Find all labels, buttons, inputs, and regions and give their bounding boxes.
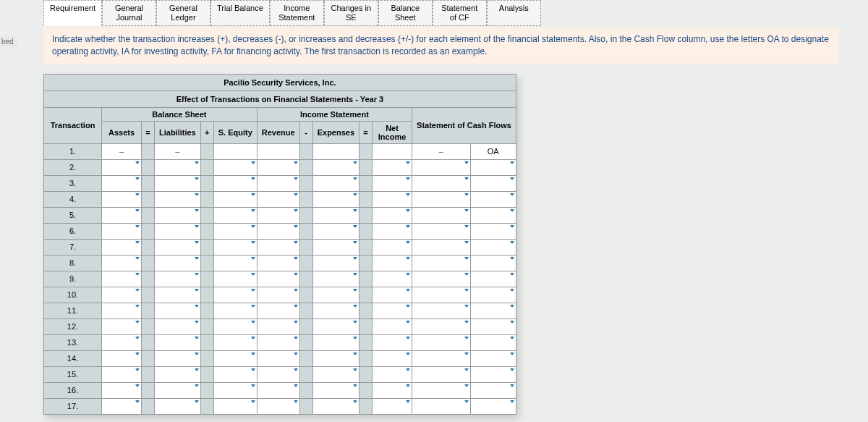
cell-sequity[interactable] — [213, 223, 257, 239]
cell-cf-amount[interactable] — [412, 159, 471, 175]
cell-net-income[interactable] — [373, 255, 412, 271]
cell-cf-type[interactable] — [470, 207, 516, 223]
cell-assets[interactable] — [102, 191, 142, 207]
cell-assets[interactable] — [102, 334, 142, 350]
cell-liabilities[interactable] — [155, 255, 201, 271]
cell-sequity[interactable] — [213, 350, 257, 366]
cell-cf-amount[interactable] — [412, 223, 471, 239]
cell-cf-amount[interactable] — [412, 271, 471, 287]
cell-assets[interactable] — [102, 255, 142, 271]
cell-expenses[interactable] — [312, 255, 359, 271]
cell-cf-type[interactable] — [470, 223, 516, 239]
cell-net-income[interactable] — [373, 159, 412, 175]
cell-net-income[interactable] — [373, 207, 412, 223]
cell-assets[interactable] — [102, 159, 142, 175]
cell-cf-type[interactable] — [470, 366, 516, 382]
cell-expenses[interactable] — [312, 318, 359, 334]
cell-cf-type[interactable] — [470, 159, 516, 175]
cell-revenue[interactable] — [257, 366, 299, 382]
cell-sequity[interactable] — [213, 191, 257, 207]
cell-liabilities[interactable] — [155, 191, 201, 207]
cell-net-income[interactable] — [373, 382, 412, 398]
tab-analysis[interactable]: Analysis — [487, 0, 541, 26]
tab-requirement[interactable]: Requirement — [43, 0, 102, 26]
tab-statement-cf[interactable]: Statementof CF — [433, 0, 487, 26]
cell-net-income[interactable] — [373, 318, 412, 334]
cell-cf-type[interactable] — [470, 350, 516, 366]
cell-sequity[interactable] — [213, 334, 257, 350]
cell-revenue[interactable] — [257, 382, 299, 398]
cell-expenses[interactable] — [312, 382, 359, 398]
cell-revenue[interactable] — [257, 271, 299, 287]
cell-cf-amount[interactable] — [412, 318, 471, 334]
cell-sequity[interactable] — [213, 382, 257, 398]
cell-liabilities[interactable] — [155, 207, 201, 223]
cell-net-income[interactable] — [373, 175, 412, 191]
cell-revenue[interactable] — [257, 223, 299, 239]
cell-revenue[interactable] — [257, 334, 299, 350]
cell-sequity[interactable] — [213, 271, 257, 287]
tab-income-statement[interactable]: IncomeStatement — [270, 0, 324, 26]
cell-expenses[interactable] — [312, 207, 359, 223]
tab-general-journal[interactable]: GeneralJournal — [102, 0, 156, 26]
cell-cf-amount[interactable] — [412, 334, 471, 350]
cell-liabilities[interactable] — [155, 398, 201, 414]
cell-cf-type[interactable] — [470, 175, 516, 191]
cell-cf-amount[interactable] — [412, 398, 471, 414]
cell-cf-type[interactable] — [470, 303, 516, 318]
cell-expenses[interactable] — [312, 303, 359, 318]
cell-liabilities[interactable] — [155, 271, 201, 287]
cell-sequity[interactable] — [213, 159, 257, 175]
cell-sequity[interactable] — [213, 398, 257, 414]
cell-net-income[interactable] — [373, 287, 412, 303]
cell-expenses[interactable] — [312, 159, 359, 175]
tab-general-ledger[interactable]: GeneralLedger — [156, 0, 210, 26]
cell-expenses[interactable] — [312, 271, 359, 287]
cell-assets[interactable] — [102, 207, 142, 223]
cell-cf-type[interactable] — [470, 191, 516, 207]
cell-net-income[interactable] — [373, 191, 412, 207]
cell-expenses[interactable] — [312, 350, 359, 366]
cell-cf-type[interactable] — [470, 382, 516, 398]
cell-expenses[interactable] — [312, 287, 359, 303]
cell-cf-amount[interactable] — [412, 287, 471, 303]
cell-net-income[interactable] — [373, 271, 412, 287]
cell-assets[interactable] — [102, 318, 142, 334]
cell-assets[interactable] — [102, 287, 142, 303]
cell-assets[interactable] — [102, 271, 142, 287]
cell-expenses[interactable] — [312, 366, 359, 382]
cell-revenue[interactable] — [257, 207, 299, 223]
cell-expenses[interactable] — [312, 191, 359, 207]
cell-cf-amount[interactable] — [412, 239, 471, 255]
cell-expenses[interactable] — [312, 398, 359, 414]
cell-cf-type[interactable] — [470, 271, 516, 287]
cell-sequity[interactable] — [213, 366, 257, 382]
cell-sequity[interactable] — [213, 303, 257, 318]
cell-cf-amount[interactable] — [412, 303, 471, 318]
tab-trial-balance[interactable]: Trial Balance — [210, 0, 270, 26]
cell-net-income[interactable] — [373, 303, 412, 318]
cell-cf-amount[interactable] — [412, 207, 471, 223]
cell-liabilities[interactable] — [155, 318, 201, 334]
cell-revenue[interactable] — [257, 175, 299, 191]
cell-liabilities[interactable] — [155, 366, 201, 382]
cell-sequity[interactable] — [213, 287, 257, 303]
cell-cf-type[interactable] — [470, 287, 516, 303]
cell-revenue[interactable] — [257, 318, 299, 334]
cell-liabilities[interactable] — [155, 159, 201, 175]
cell-net-income[interactable] — [373, 366, 412, 382]
cell-assets[interactable] — [102, 382, 142, 398]
cell-cf-amount[interactable] — [412, 175, 471, 191]
cell-revenue[interactable] — [257, 191, 299, 207]
cell-cf-amount[interactable] — [412, 255, 471, 271]
cell-cf-type[interactable] — [470, 334, 516, 350]
cell-cf-type[interactable] — [470, 255, 516, 271]
cell-assets[interactable] — [102, 398, 142, 414]
cell-assets[interactable] — [102, 303, 142, 318]
cell-assets[interactable] — [102, 223, 142, 239]
cell-liabilities[interactable] — [155, 382, 201, 398]
cell-revenue[interactable] — [257, 398, 299, 414]
tab-changes-se[interactable]: Changes inSE — [324, 0, 378, 26]
cell-liabilities[interactable] — [155, 223, 201, 239]
cell-cf-type[interactable] — [470, 318, 516, 334]
